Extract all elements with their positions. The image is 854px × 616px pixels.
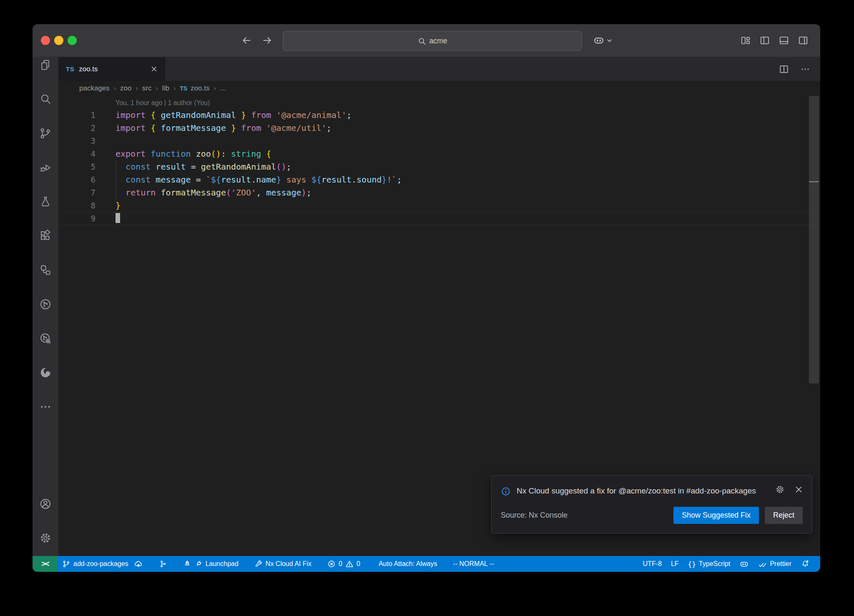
line-number[interactable]: 2 [58, 122, 99, 135]
code-line-content[interactable] [99, 212, 820, 225]
line-number[interactable]: 5 [58, 160, 99, 173]
customize-layout-icon[interactable] [740, 35, 751, 46]
breadcrumb-item-lib[interactable]: lib [162, 84, 169, 93]
code-line-content[interactable]: import { getRandomAnimal } from '@acme/a… [99, 109, 820, 122]
explorer-icon[interactable] [39, 59, 52, 71]
toggle-primary-sidebar-icon[interactable] [759, 35, 770, 46]
reject-button[interactable]: Reject [765, 507, 803, 524]
code-line-content[interactable]: return formatMessage('ZOO', message); [99, 186, 820, 199]
more-views-icon[interactable] [39, 401, 52, 413]
scrollbar-slider[interactable] [809, 96, 819, 383]
run-and-debug-icon[interactable] [39, 161, 52, 174]
extensions-icon[interactable] [39, 230, 52, 242]
publish-cloud-icon[interactable] [134, 559, 143, 568]
close-tab-icon[interactable] [151, 65, 158, 73]
line-number[interactable]: 7 [58, 186, 99, 199]
code-line[interactable]: 9 [58, 212, 820, 225]
line-number[interactable]: 9 [58, 212, 99, 225]
code-line[interactable]: 5 const result = getRandomAnimal(); [58, 160, 820, 173]
navigate-back-icon[interactable] [241, 35, 252, 46]
notification-close-icon[interactable] [795, 486, 803, 493]
encoding-status[interactable]: UTF-8 [638, 556, 666, 572]
warning-icon [345, 560, 354, 568]
breadcrumb-item-symbol[interactable]: ... [220, 84, 226, 93]
line-number[interactable]: 3 [58, 135, 99, 148]
git-graph-icon [159, 560, 167, 568]
code-line-content[interactable]: const result = getRandomAnimal(); [99, 160, 820, 173]
split-editor-icon[interactable] [779, 64, 789, 75]
nx-cloud-ai-fix-status[interactable]: Nx Cloud AI Fix [250, 556, 316, 572]
copilot-menu[interactable] [593, 24, 612, 57]
breadcrumb: packages › zoo › src › lib › TS zoo.ts ›… [58, 81, 820, 96]
vim-mode-status[interactable]: -- NORMAL -- [448, 556, 498, 572]
eol-status[interactable]: LF [666, 556, 683, 572]
accounts-icon[interactable] [39, 498, 52, 510]
code-line[interactable]: 4export function zoo(): string { [58, 148, 820, 160]
activity-bar [33, 57, 58, 556]
testing-icon[interactable] [39, 195, 52, 208]
line-number[interactable]: 4 [58, 148, 99, 160]
toggle-panel-icon[interactable] [779, 35, 789, 46]
code-line[interactable]: 3 [58, 135, 820, 148]
blame-annotation[interactable]: You, 1 hour ago | 1 author (You) [116, 99, 210, 106]
minimize-window-button[interactable] [54, 36, 63, 45]
braces-icon: {} [688, 560, 696, 568]
status-bar: >< add-zoo-packages Launchpad [33, 556, 820, 572]
line-number[interactable]: 1 [58, 109, 99, 122]
settings-gear-icon[interactable] [39, 532, 52, 544]
code-line-content[interactable]: const message = `${result.name} says ${r… [99, 173, 820, 186]
breadcrumb-item-file[interactable]: zoo.ts [191, 84, 209, 93]
command-center-search[interactable]: acme [283, 31, 582, 51]
edge-tools-icon[interactable] [39, 366, 52, 379]
zoom-window-button[interactable] [68, 36, 77, 45]
more-actions-icon[interactable] [800, 64, 810, 74]
overview-ruler-cursor-mark [809, 181, 819, 182]
show-suggested-fix-button[interactable]: Show Suggested Fix [673, 507, 759, 524]
warning-count: 0 [357, 560, 360, 568]
tab-zoo-ts[interactable]: TS zoo.ts [58, 57, 166, 81]
code-line[interactable]: 1import { getRandomAnimal } from '@acme/… [58, 109, 820, 122]
launchpad-status[interactable]: Launchpad [178, 556, 243, 572]
code-line-content[interactable]: } [99, 199, 820, 212]
language-mode-status[interactable]: {} TypeScript [683, 556, 735, 572]
line-number[interactable]: 6 [58, 173, 99, 186]
code-line[interactable]: 7 return formatMessage('ZOO', message); [58, 186, 820, 199]
code-line-content[interactable]: import { formatMessage } from '@acme/uti… [99, 122, 820, 135]
notification-toast: Nx Cloud suggested a fix for @acme/zoo:t… [491, 475, 812, 533]
plug-icon [194, 560, 203, 568]
editor-cursor [116, 213, 120, 223]
auto-attach-status[interactable]: Auto Attach: Always [374, 556, 442, 572]
code-line-content[interactable] [99, 135, 820, 148]
notification-settings-gear-icon[interactable] [775, 485, 785, 494]
code-line[interactable]: 6 const message = `${result.name} says $… [58, 173, 820, 186]
line-number[interactable]: 8 [58, 199, 99, 212]
copilot-status[interactable] [735, 556, 754, 572]
code-line-content[interactable]: export function zoo(): string { [99, 148, 820, 160]
close-window-button[interactable] [41, 36, 50, 45]
nx-console-icon[interactable] [39, 298, 52, 311]
breadcrumb-item-packages[interactable]: packages [79, 84, 110, 93]
chevron-down-icon [607, 38, 612, 43]
eol-label: LF [671, 560, 679, 568]
desktop: { "titlebar": { "search_value": "acme" }… [0, 0, 854, 616]
breadcrumb-item-src[interactable]: src [142, 84, 152, 93]
info-icon [501, 486, 511, 496]
problems-status[interactable]: 0 0 [323, 556, 365, 572]
notification-message: Nx Cloud suggested a fix for @acme/zoo:t… [517, 485, 767, 497]
chevron-right-icon: › [136, 85, 138, 92]
navigate-forward-icon[interactable] [262, 35, 273, 46]
codelens-blame-line[interactable]: You, 1 hour ago | 1 author (You) [58, 96, 820, 109]
toggle-secondary-sidebar-icon[interactable] [798, 35, 809, 46]
source-control-graph-status[interactable] [154, 556, 172, 572]
breadcrumb-item-zoo[interactable]: zoo [120, 84, 131, 93]
nx-cloud-icon[interactable] [39, 332, 52, 345]
notifications-bell[interactable] [796, 556, 814, 572]
code-line[interactable]: 8} [58, 199, 820, 212]
search-icon[interactable] [39, 93, 52, 105]
formatter-status[interactable]: Prettier [754, 556, 796, 572]
remote-indicator[interactable]: >< [33, 556, 58, 572]
source-control-icon[interactable] [39, 127, 52, 140]
project-hierarchy-icon[interactable] [39, 264, 52, 276]
code-line[interactable]: 2import { formatMessage } from '@acme/ut… [58, 122, 820, 135]
git-branch-status[interactable]: add-zoo-packages [58, 556, 148, 572]
